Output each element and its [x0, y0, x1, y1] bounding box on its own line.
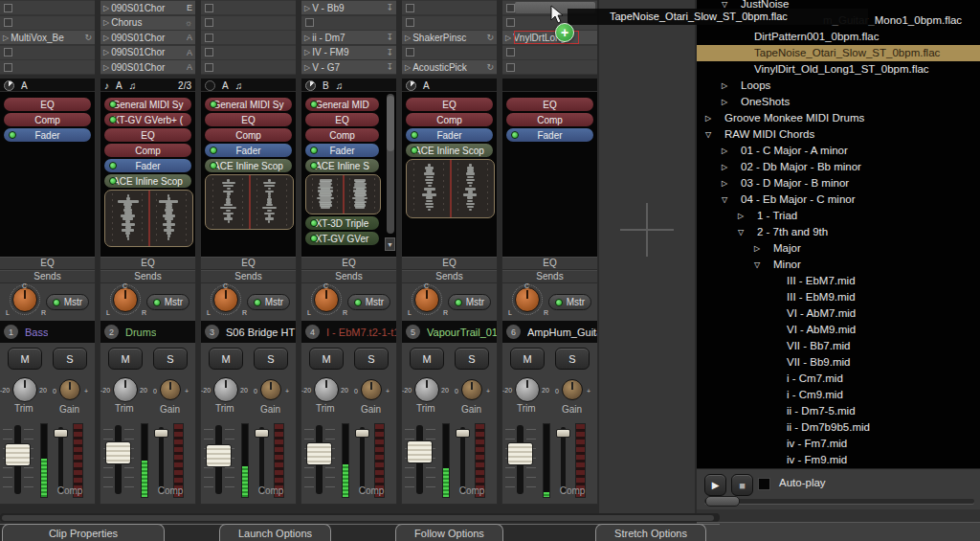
clip-stop-checkbox[interactable]	[205, 48, 213, 56]
volume-fader[interactable]	[407, 440, 433, 463]
tree-expand-arrow[interactable]: ▷	[754, 240, 760, 257]
tree-item[interactable]: i - Cm9.mid	[697, 387, 980, 403]
tree-item[interactable]: ▷Loops	[697, 78, 980, 94]
empty-clip-slot[interactable]	[301, 16, 396, 30]
empty-clip-slot[interactable]	[502, 60, 597, 74]
track-header[interactable]	[502, 79, 597, 92]
eq-section-row[interactable]: EQ	[100, 257, 195, 270]
clip-slot[interactable]: ▷Chorus☼	[100, 16, 195, 30]
empty-clip-slot[interactable]	[0, 1, 95, 14]
tab-clip-properties[interactable]: Clip Properties	[2, 524, 165, 541]
clip-stop-checkbox[interactable]	[506, 4, 515, 12]
tab-follow-options[interactable]: Follow Options	[395, 524, 503, 541]
track-name-row[interactable]: 4I - EbM7.t2-1-t1	[301, 321, 396, 343]
tree-item[interactable]: ▷OneShots	[697, 94, 980, 110]
clip-play-icon[interactable]: ▷	[301, 34, 312, 42]
tree-expand-arrow[interactable]: ▷	[705, 110, 711, 126]
clip-slot[interactable]: ▷AcousticPick↻	[402, 60, 497, 74]
tree-item[interactable]: ▷03 - D Major - B minor	[697, 175, 980, 192]
plugin-comp[interactable]: Comp	[506, 113, 593, 126]
clip-slot[interactable]: ▷090S01ChorA	[100, 31, 195, 44]
clip-stop-checkbox[interactable]	[205, 63, 213, 72]
empty-clip-slot[interactable]	[201, 31, 296, 44]
tree-item[interactable]: ▷Groove Monkee MIDI Drums	[697, 110, 980, 126]
clip-stop-checkbox[interactable]	[305, 18, 314, 27]
plugin-fader[interactable]: Fader	[104, 159, 191, 172]
trim-knob[interactable]	[213, 377, 238, 402]
master-send-button[interactable]: Mstr	[448, 294, 491, 310]
plugin-scrollbar-thumb[interactable]	[387, 96, 394, 151]
master-send-button[interactable]: Mstr	[146, 294, 189, 310]
comp-threshold-fader[interactable]	[456, 429, 470, 438]
pan-knob[interactable]	[515, 287, 540, 312]
clip-slot[interactable]: ▷IV - FM9↧	[301, 46, 396, 59]
clip-slot[interactable]: ▷090S01ChorA	[100, 60, 195, 74]
eq-section-row[interactable]: EQ	[301, 257, 396, 270]
comp-threshold-fader[interactable]	[154, 429, 168, 438]
clip-slot[interactable]: ▷090S01ChorA	[100, 46, 195, 59]
plugin-fader[interactable]: Fader	[406, 128, 493, 142]
gain-knob[interactable]	[160, 379, 181, 400]
tree-item[interactable]: III - EbM9.mid	[697, 289, 980, 305]
plugin-comp[interactable]: Comp	[4, 113, 91, 126]
plugin-comp[interactable]: Comp	[406, 113, 493, 126]
sends-section-row[interactable]: Sends	[100, 270, 195, 283]
tree-item[interactable]: VII - Bb7.mid	[697, 338, 980, 354]
comp-threshold-fader[interactable]	[54, 429, 68, 438]
tree-item[interactable]: VI - AbM9.mid	[697, 322, 980, 338]
tree-item[interactable]: ▷02 - Db Major - Bb minor	[697, 159, 980, 175]
master-send-button[interactable]: Mstr	[347, 294, 390, 310]
plugin-comp[interactable]: Comp	[305, 128, 379, 142]
plugin-comp[interactable]: Comp	[104, 144, 191, 157]
solo-button[interactable]: S	[53, 348, 87, 370]
plugin-eq[interactable]: EQ	[104, 128, 191, 142]
eq-section-row[interactable]: EQ	[0, 257, 95, 270]
tree-item[interactable]: ▽2 - 7th and 9th	[697, 224, 980, 240]
clip-play-icon[interactable]: ▷	[100, 18, 111, 27]
trim-knob[interactable]	[12, 377, 37, 402]
gain-knob[interactable]	[461, 379, 482, 400]
tree-item[interactable]: ▷01 - C Major - A minor	[697, 143, 980, 159]
plugin-ace-inline-scop[interactable]: ACE Inline Scop	[205, 159, 292, 172]
mute-button[interactable]: M	[410, 348, 444, 370]
clip-play-icon[interactable]: ▷	[100, 48, 111, 56]
trim-knob[interactable]	[515, 377, 540, 402]
empty-clip-slot[interactable]	[201, 16, 296, 30]
tree-expand-arrow[interactable]: ▷	[722, 175, 727, 192]
plugin-fader[interactable]: Fader	[4, 128, 91, 142]
clip-play-icon[interactable]: ▷	[100, 63, 111, 72]
plugin-xt-3d-triple[interactable]: XT-3D Triple	[305, 216, 379, 230]
clip-slot[interactable]: ▷MultiVox_Be↻	[0, 31, 95, 44]
empty-clip-slot[interactable]	[201, 1, 296, 14]
empty-clip-slot[interactable]	[402, 46, 497, 59]
track-header[interactable]: A	[402, 79, 497, 92]
clip-stop-checkbox[interactable]	[4, 4, 12, 12]
master-send-button[interactable]: Mstr	[247, 294, 290, 310]
clip-slot[interactable]: ▷090S01ChorE	[100, 1, 195, 14]
clip-play-icon[interactable]: ▷	[402, 34, 412, 42]
solo-button[interactable]: S	[555, 348, 590, 370]
sends-section-row[interactable]: Sends	[402, 270, 497, 283]
mute-button[interactable]: M	[108, 348, 143, 370]
tree-item[interactable]: i - Cm7.mid	[697, 371, 980, 387]
track-name-row[interactable]: 3S06 Bridge HT F	[201, 321, 296, 343]
clip-slot[interactable]: ▷V - G7↧	[301, 60, 396, 74]
tree-item[interactable]: VII - Bb9.mid	[697, 354, 980, 371]
autoplay-checkbox[interactable]	[758, 478, 770, 490]
tree-item[interactable]: ii - Dm7b9b5.mid	[697, 419, 980, 436]
gain-knob[interactable]	[562, 379, 583, 400]
track-name-row[interactable]: 6AmpHum_Guita	[502, 321, 597, 343]
tree-item[interactable]: VI - AbM7.mid	[697, 305, 980, 322]
tree-expand-arrow[interactable]: ▷	[722, 143, 727, 159]
clip-stop-checkbox[interactable]	[205, 4, 213, 12]
empty-clip-slot[interactable]	[201, 46, 296, 59]
tree-item[interactable]: iv - Fm9.mid	[697, 452, 980, 468]
empty-clip-slot[interactable]	[402, 16, 497, 30]
clip-slot[interactable]: ▷V - Bb9↧	[301, 1, 396, 14]
plugin-eq[interactable]: EQ	[4, 98, 91, 111]
trim-knob[interactable]	[414, 377, 439, 402]
clip-stop-checkbox[interactable]	[406, 48, 414, 56]
empty-clip-slot[interactable]	[0, 60, 95, 74]
plugin-ace-inline-scop[interactable]: ACE Inline Scop	[104, 174, 191, 188]
plugin-eq[interactable]: EQ	[506, 98, 593, 111]
